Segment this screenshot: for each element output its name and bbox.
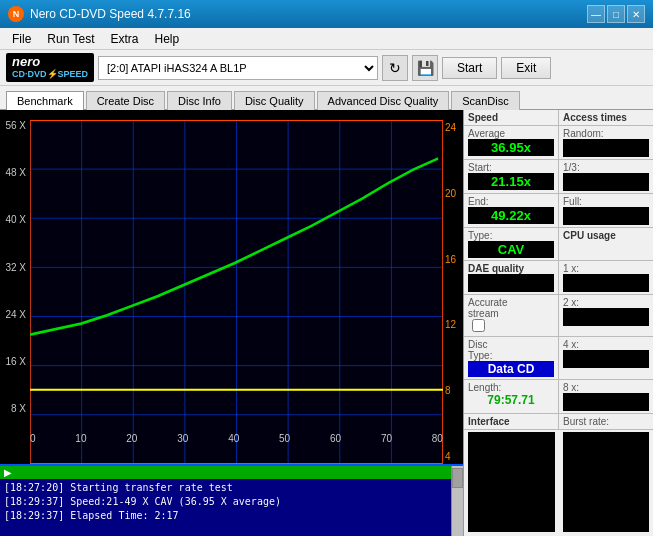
cpu1x-value	[563, 274, 649, 292]
x-label-80: 80	[432, 433, 443, 444]
random-value	[563, 139, 649, 157]
disc-type-value: Data CD	[468, 361, 554, 377]
log-scrollbar[interactable]	[451, 466, 463, 536]
toolbar: nero CD·DVD⚡SPEED [2:0] ATAPI iHAS324 A …	[0, 50, 653, 86]
y-label-16: 16 X	[5, 356, 26, 367]
x-label-70: 70	[381, 433, 392, 444]
onethird-value	[563, 173, 649, 191]
save-button[interactable]: 💾	[412, 55, 438, 81]
tab-disc-info[interactable]: Disc Info	[167, 91, 232, 110]
start-button[interactable]: Start	[442, 57, 497, 79]
log-icon: ▶	[4, 467, 12, 478]
dae-col: DAE quality	[464, 261, 559, 294]
cpu-header: CPU usage	[559, 228, 653, 260]
y-right-16: 16	[445, 254, 456, 265]
x-axis: 0 10 20 30 40 50 60 70 80	[30, 433, 443, 444]
type-label: Type:	[468, 230, 554, 241]
nero-logo-text: nero	[12, 55, 88, 69]
drive-select[interactable]: [2:0] ATAPI iHAS324 A BL1P	[98, 56, 378, 80]
cpu4x-label: 4 x:	[563, 339, 649, 350]
exit-button[interactable]: Exit	[501, 57, 551, 79]
average-label: Average	[468, 128, 554, 139]
full-col: Full:	[559, 194, 653, 227]
cpu8x-label: 8 x:	[563, 382, 649, 393]
log-header: ▶	[0, 466, 451, 479]
menu-bar: File Run Test Extra Help	[0, 28, 653, 50]
onethird-label: 1/3:	[563, 162, 649, 173]
y-label-24: 24 X	[5, 309, 26, 320]
log-entry-0: [18:27:20] Starting transfer rate test	[4, 481, 447, 495]
title-bar-controls: — □ ✕	[587, 5, 645, 23]
app-icon: N	[8, 6, 24, 22]
x-label-0: 0	[30, 433, 36, 444]
menu-run-test[interactable]: Run Test	[39, 28, 102, 49]
refresh-button[interactable]: ↻	[382, 55, 408, 81]
title-bar-text: Nero CD-DVD Speed 4.7.7.16	[30, 7, 191, 21]
interface-col: Interface	[464, 414, 559, 429]
panel-row-9: Interface Burst rate:	[464, 414, 653, 430]
log-content: ▶ [18:27:20] Starting transfer rate test…	[0, 466, 451, 536]
right-panel: Speed Access times Average 36.95x Random…	[463, 110, 653, 536]
start-value: 21.15x	[468, 173, 554, 190]
tab-scandisc[interactable]: ScanDisc	[451, 91, 519, 110]
random-col: Random:	[559, 126, 653, 159]
cpu1x-label: 1 x:	[563, 263, 649, 274]
burst-label: Burst rate:	[563, 416, 649, 427]
scrollbar-thumb[interactable]	[452, 468, 463, 488]
interface-value	[468, 432, 555, 532]
cpu2x-label: 2 x:	[563, 297, 649, 308]
nero-cd-text: CD·DVD⚡SPEED	[12, 70, 88, 80]
dae-label: DAE quality	[468, 263, 554, 274]
tab-benchmark[interactable]: Benchmark	[6, 91, 84, 110]
type-col: Type: CAV	[464, 228, 559, 260]
panel-row-2: Start: 21.15x 1/3:	[464, 160, 653, 194]
y-label-56: 56 X	[5, 120, 26, 131]
burst-col: Burst rate:	[559, 414, 653, 429]
chart-and-log: 8 X 16 X 24 X 32 X 40 X 48 X 56 X	[0, 110, 463, 536]
burst-value	[563, 432, 650, 532]
y-right-12: 12	[445, 319, 456, 330]
tab-disc-quality[interactable]: Disc Quality	[234, 91, 315, 110]
y-right-24: 24	[445, 122, 456, 133]
minimize-button[interactable]: —	[587, 5, 605, 23]
log-entries: [18:27:20] Starting transfer rate test […	[0, 479, 451, 525]
tab-advanced-disc-quality[interactable]: Advanced Disc Quality	[317, 91, 450, 110]
maximize-button[interactable]: □	[607, 5, 625, 23]
cpu8x-col: 8 x:	[559, 380, 653, 413]
cpu4x-col: 4 x:	[559, 337, 653, 379]
tab-create-disc[interactable]: Create Disc	[86, 91, 165, 110]
title-bar-left: N Nero CD-DVD Speed 4.7.7.16	[8, 6, 191, 22]
menu-extra[interactable]: Extra	[102, 28, 146, 49]
panel-row-6: Accurate stream 2 x:	[464, 295, 653, 337]
cpu1x-col: 1 x:	[559, 261, 653, 294]
menu-file[interactable]: File	[4, 28, 39, 49]
y-right-8: 8	[445, 385, 451, 396]
length-label: Length:	[468, 382, 554, 393]
panel-bottom	[464, 430, 653, 536]
cpu2x-value	[563, 308, 649, 326]
full-value	[563, 207, 649, 225]
accurate-label: Accurate	[468, 297, 554, 308]
cpu4x-value	[563, 350, 649, 368]
chart-wrapper: 8 X 16 X 24 X 32 X 40 X 48 X 56 X	[0, 110, 463, 464]
access-times-header: Access times	[559, 110, 653, 125]
end-value: 49.22x	[468, 207, 554, 224]
panel-row-8: Length: 79:57.71 8 x:	[464, 380, 653, 414]
end-col: End: 49.22x	[464, 194, 559, 227]
menu-help[interactable]: Help	[147, 28, 188, 49]
accurate-stream-checkbox[interactable]	[472, 319, 485, 332]
dae-value	[468, 274, 554, 292]
tab-bar: Benchmark Create Disc Disc Info Disc Qua…	[0, 86, 653, 110]
chart-svg	[30, 120, 443, 464]
title-bar: N Nero CD-DVD Speed 4.7.7.16 — □ ✕	[0, 0, 653, 28]
cpu8x-value	[563, 393, 649, 411]
panel-row-4: Type: CAV CPU usage	[464, 228, 653, 261]
y-label-40: 40 X	[5, 214, 26, 225]
panel-row-5: DAE quality 1 x:	[464, 261, 653, 295]
log-entry-1: [18:29:37] Speed:21-49 X CAV (36.95 X av…	[4, 495, 447, 509]
x-label-30: 30	[177, 433, 188, 444]
close-button[interactable]: ✕	[627, 5, 645, 23]
x-label-60: 60	[330, 433, 341, 444]
panel-top-headers: Speed Access times	[464, 110, 653, 126]
length-col: Length: 79:57.71	[464, 380, 559, 413]
